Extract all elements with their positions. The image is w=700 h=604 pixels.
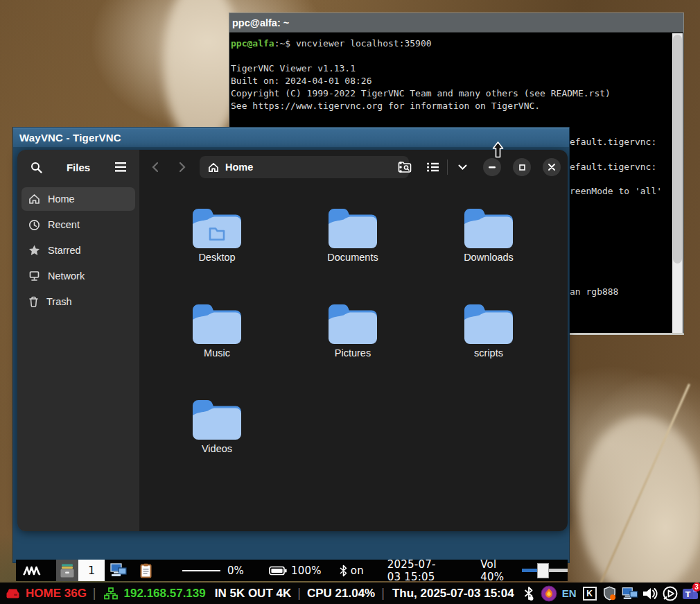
keyboard-layout[interactable]: EN	[561, 587, 578, 599]
bluetooth-icon	[340, 564, 347, 577]
teams-icon[interactable]: T 3	[682, 585, 699, 602]
search-button[interactable]	[27, 158, 45, 176]
minimize-icon	[489, 166, 496, 169]
bluetooth-status: on	[340, 564, 364, 577]
folder-label: Desktop	[198, 252, 235, 263]
wayvnc-titlebar[interactable]: WayVNC - TigerVNC	[13, 128, 569, 147]
folder-icon	[191, 301, 243, 344]
folder-scripts[interactable]: scripts	[421, 301, 557, 397]
back-button[interactable]	[145, 162, 166, 173]
volume-slider[interactable]	[522, 563, 568, 578]
volume-tray-icon[interactable]	[642, 585, 658, 602]
close-button[interactable]	[543, 158, 561, 176]
files-sidebar: Files Home Recent	[17, 150, 139, 531]
folder-icon	[326, 205, 379, 248]
folder-videos[interactable]: Videos	[149, 397, 285, 492]
app-title: Files	[51, 162, 106, 173]
terminal-fragment: efault.tigervnc:	[570, 161, 656, 173]
terminal-scrollbar[interactable]	[672, 33, 683, 333]
wayvnc-title: WayVNC - TigerVNC	[19, 132, 121, 144]
terminal-line: Built on: 2024-04-01 08:26	[231, 75, 683, 87]
search-icon	[30, 162, 42, 173]
k-indicator-icon[interactable]: K	[581, 585, 598, 602]
terminal-line: Copyright (C) 1999-2022 TigerVNC Team an…	[231, 87, 683, 100]
host-clock: Thu, 2025-07-03 15:04	[392, 587, 514, 601]
files-window: Files Home Recent	[17, 150, 568, 531]
sidebar-item-recent[interactable]: Recent	[21, 213, 135, 236]
remote-clock: 2025-07-03 15:05	[387, 558, 446, 583]
prompt-user: ppc@alfa	[231, 38, 274, 49]
trash-icon	[28, 296, 39, 307]
folder-desktop[interactable]: Desktop	[149, 205, 285, 301]
folder-pictures[interactable]: Pictures	[285, 301, 421, 397]
sidebar-item-network[interactable]: Network	[21, 264, 135, 288]
brightness-slider[interactable]	[182, 570, 220, 571]
host-taskbar: HOME 36G | 192.168.57.139 IN 5K OUT 4K |…	[0, 583, 700, 604]
firefox-nightly-icon[interactable]	[541, 585, 557, 602]
terminal-titlebar[interactable]: ppc@alfa: ~	[229, 13, 683, 33]
terminal-title: ppc@alfa: ~	[232, 17, 289, 28]
security-shield-icon[interactable]	[602, 585, 618, 602]
network-icon	[28, 270, 40, 282]
folder-label: Pictures	[335, 347, 371, 359]
terminal-line: See https://www.tigervnc.org for informa…	[231, 100, 683, 112]
folder-downloads[interactable]: Downloads	[421, 205, 557, 301]
ip-address: 192.168.57.139	[124, 587, 206, 601]
location-label: Home	[225, 162, 253, 173]
disk-icon	[4, 585, 21, 602]
workspace-number: 1	[88, 564, 95, 577]
sidebar-item-label: Home	[48, 193, 75, 205]
list-view-button[interactable]	[423, 158, 441, 176]
star-icon	[28, 245, 40, 256]
folder-label: scripts	[474, 347, 503, 359]
workspace-indicator[interactable]: 1	[78, 560, 105, 581]
terminal-scrollbar-thumb[interactable]	[673, 35, 682, 264]
hamburger-icon	[115, 162, 126, 172]
brightness-value: 0%	[227, 564, 244, 577]
folder-documents[interactable]: Documents	[285, 205, 421, 301]
terminal-fragment: efault.tigervnc:	[570, 136, 656, 148]
sidebar-item-starred[interactable]: Starred	[21, 239, 135, 262]
bluetooth-tray-icon[interactable]	[520, 585, 537, 602]
taskbar-display-app[interactable]	[105, 560, 132, 581]
folder-label: Videos	[202, 443, 232, 454]
chevron-down-icon	[458, 164, 467, 170]
clipboard-icon	[140, 563, 152, 578]
sidebar-item-home[interactable]: Home	[21, 187, 135, 211]
sidebar-item-label: Network	[48, 270, 85, 282]
folder-grid: Desktop Documents Downloads Music	[139, 184, 568, 531]
sidebar-header: Files	[17, 150, 139, 184]
remote-display-icon[interactable]	[622, 585, 638, 602]
cpu-usage: CPU 21.04%	[307, 587, 375, 601]
maximize-button[interactable]	[513, 158, 531, 176]
sidebar-list: Home Recent Starred Network	[17, 184, 139, 316]
sidebar-item-label: Starred	[48, 245, 81, 256]
terminal-fragment: reenMode to 'all'	[570, 185, 662, 198]
prompt-rest: :~$	[274, 38, 296, 49]
view-options-button[interactable]	[453, 158, 471, 176]
sidebar-item-trash[interactable]: Trash	[21, 290, 135, 313]
volume-value: Vol 40%	[480, 558, 507, 583]
main-menu-button[interactable]	[112, 158, 130, 176]
sidebar-item-label: Trash	[46, 296, 72, 307]
home-icon	[208, 162, 219, 173]
network-icon	[103, 585, 119, 602]
location-bar[interactable]: Home	[200, 156, 409, 178]
volume-slider-handle[interactable]	[537, 563, 549, 578]
forward-button[interactable]	[172, 162, 193, 173]
battery-status: 100%	[269, 564, 322, 577]
wallpaper-plant-blur	[579, 416, 700, 596]
taskbar-app-drawer[interactable]	[56, 560, 78, 581]
minimize-button[interactable]	[483, 158, 501, 176]
folder-label: Downloads	[464, 252, 514, 263]
wayvnc-window: WayVNC - TigerVNC Files Home	[12, 127, 570, 563]
recent-icon	[28, 219, 40, 231]
home-icon	[28, 193, 40, 205]
toolbar-right	[396, 158, 561, 176]
screencast-icon[interactable]	[662, 585, 679, 602]
folder-music[interactable]: Music	[149, 301, 285, 397]
net-traffic: IN 5K OUT 4K	[215, 587, 292, 601]
bar-logo	[16, 560, 48, 581]
search-folder-button[interactable]	[396, 158, 414, 176]
taskbar-clipboard-app[interactable]	[132, 560, 159, 581]
